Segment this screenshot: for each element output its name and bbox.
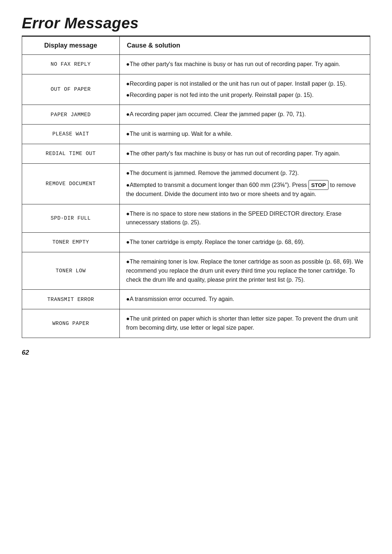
- cause-solution-cell: ●A transmission error occurred. Try agai…: [119, 290, 370, 309]
- table-row: PAPER JAMMED●A recording paper jam occur…: [22, 105, 370, 125]
- table-row: REMOVE DOCUMENT●The document is jammed. …: [22, 163, 370, 204]
- col-display-message: Display message: [22, 37, 120, 55]
- table-row: OUT OF PAPER●Recording paper is not inst…: [22, 74, 370, 105]
- display-message-cell: WRONG PAPER: [22, 309, 120, 338]
- display-message-cell: SPD-DIR FULL: [22, 204, 120, 233]
- table-row: NO FAX REPLY●The other party's fax machi…: [22, 55, 370, 74]
- table-row: WRONG PAPER●The unit printed on paper wh…: [22, 309, 370, 338]
- stop-key-badge: STOP: [309, 180, 328, 190]
- cause-solution-cell: ●The toner cartridge is empty. Replace t…: [119, 233, 370, 252]
- display-message-cell: NO FAX REPLY: [22, 55, 120, 74]
- cause-solution-cell: ●Recording paper is not installed or the…: [119, 74, 370, 105]
- error-messages-table: Display message Cause & solution NO FAX …: [22, 36, 370, 338]
- table-row: REDIAL TIME OUT●The other party's fax ma…: [22, 144, 370, 163]
- display-message-cell: OUT OF PAPER: [22, 74, 120, 105]
- cause-solution-cell: ●The other party's fax machine is busy o…: [119, 144, 370, 163]
- table-row: TRANSMIT ERROR●A transmission error occu…: [22, 290, 370, 309]
- cause-solution-cell: ●A recording paper jam occurred. Clear t…: [119, 105, 370, 125]
- display-message-cell: TONER LOW: [22, 252, 120, 290]
- cause-solution-cell: ●The remaining toner is low. Replace the…: [119, 252, 370, 290]
- col-cause-solution: Cause & solution: [119, 37, 370, 55]
- display-message-cell: PAPER JAMMED: [22, 105, 120, 125]
- table-row: SPD-DIR FULL●There is no space to store …: [22, 204, 370, 233]
- page-title: Error Messages: [22, 15, 370, 32]
- page-number: 62: [22, 349, 370, 357]
- table-row: TONER EMPTY●The toner cartridge is empty…: [22, 233, 370, 252]
- display-message-cell: TRANSMIT ERROR: [22, 290, 120, 309]
- table-row: PLEASE WAIT●The unit is warming up. Wait…: [22, 125, 370, 144]
- cause-solution-cell: ●The document is jammed. Remove the jamm…: [119, 163, 370, 204]
- cause-solution-cell: ●There is no space to store new stations…: [119, 204, 370, 233]
- display-message-cell: REMOVE DOCUMENT: [22, 163, 120, 204]
- cause-solution-cell: ●The unit printed on paper which is shor…: [119, 309, 370, 338]
- display-message-cell: REDIAL TIME OUT: [22, 144, 120, 163]
- display-message-cell: TONER EMPTY: [22, 233, 120, 252]
- table-row: TONER LOW●The remaining toner is low. Re…: [22, 252, 370, 290]
- cause-solution-cell: ●The other party's fax machine is busy o…: [119, 55, 370, 74]
- display-message-cell: PLEASE WAIT: [22, 125, 120, 144]
- cause-solution-cell: ●The unit is warming up. Wait for a whil…: [119, 125, 370, 144]
